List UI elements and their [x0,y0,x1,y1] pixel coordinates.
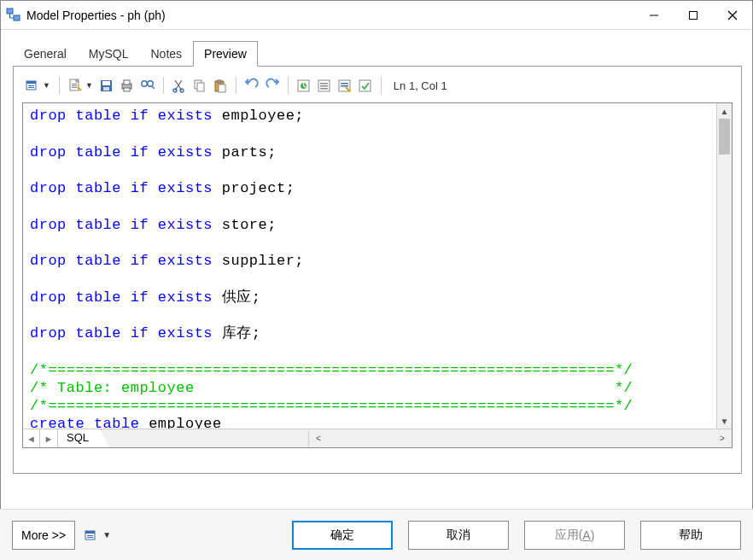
svg-rect-10 [72,87,77,88]
svg-rect-1 [14,15,20,20]
svg-rect-35 [359,80,371,91]
cursor-position: Ln 1, Col 1 [394,79,447,92]
svg-rect-5 [28,85,34,86]
tab-preview[interactable]: Preview [193,41,258,67]
toolbar-separator [163,77,164,94]
scroll-thumb[interactable] [719,119,730,155]
svg-point-18 [148,81,153,86]
svg-rect-38 [87,535,93,536]
svg-rect-9 [72,85,77,86]
tab-mysql[interactable]: MySQL [78,41,140,67]
redo-icon[interactable] [264,77,281,94]
dialog-button-bar: More >> ▼ 确定 取消 应用(A) 帮助 [0,509,753,560]
svg-rect-37 [85,531,95,534]
svg-rect-39 [87,537,93,538]
tab-strip: General MySQL Notes Preview [1,30,752,66]
toggle2-icon[interactable] [316,77,333,94]
tab-notes[interactable]: Notes [140,41,194,67]
window-title: Model Properties - ph (ph) [26,9,166,22]
tool-dropdown[interactable]: ▼ [84,528,113,543]
window-controls [634,2,752,29]
editor-tab-bar: ◄ ► SQL < > [23,429,732,447]
app-icon [6,8,21,23]
svg-rect-29 [320,83,328,85]
horizontal-scrollbar[interactable]: < > [308,431,732,446]
svg-rect-4 [26,81,36,84]
minimize-button[interactable] [634,2,674,29]
svg-rect-30 [320,85,328,87]
hscroll-left-icon[interactable]: < [311,431,326,446]
svg-rect-33 [341,83,348,85]
code-editor[interactable]: drop table if exists employee; drop tabl… [22,102,733,448]
paste-icon[interactable] [212,77,229,94]
ok-button[interactable]: 确定 [292,521,393,550]
cancel-button[interactable]: 取消 [408,521,509,550]
new-doc-icon[interactable] [67,77,84,94]
svg-rect-2 [690,11,698,19]
vertical-scrollbar[interactable]: ▲ ▼ [716,103,732,429]
toolbar-separator [59,77,60,94]
svg-rect-13 [103,87,109,90]
edit-tool-icon[interactable] [24,77,41,94]
svg-rect-15 [124,80,130,85]
svg-rect-0 [7,9,13,14]
code-area[interactable]: drop table if exists employee; drop tabl… [23,103,716,429]
svg-rect-12 [102,81,110,85]
find-icon[interactable] [139,77,156,94]
toggle1-icon[interactable] [295,77,312,94]
svg-rect-6 [28,87,34,88]
svg-rect-34 [341,85,348,87]
svg-rect-31 [320,88,328,90]
toggle3-icon[interactable] [336,77,353,94]
editor-toolbar: ▼ ▼ [22,73,733,97]
hscroll-right-icon[interactable]: > [715,431,730,446]
svg-rect-16 [124,88,130,91]
cut-icon[interactable] [171,77,188,94]
editor-tab-label: SQL [67,431,89,444]
save-icon[interactable] [98,77,115,94]
print-icon[interactable] [119,77,136,94]
title-bar: Model Properties - ph (ph) [1,1,752,30]
scroll-down-icon[interactable]: ▼ [717,413,732,429]
svg-rect-22 [197,83,204,91]
dropdown-icon[interactable]: ▼ [43,81,50,90]
svg-rect-25 [219,85,225,92]
toggle4-icon[interactable] [357,77,374,94]
tab-scroll-right-icon[interactable]: ► [40,429,57,447]
svg-rect-24 [218,80,221,83]
close-button[interactable] [713,2,752,29]
toolbar-separator [381,77,382,94]
maximize-button[interactable] [674,2,713,29]
dropdown-icon: ▼ [102,530,111,540]
tab-content: ▼ ▼ [13,66,742,474]
toolbar-separator [288,77,289,94]
svg-point-17 [142,81,147,86]
more-button[interactable]: More >> [12,521,75,550]
scroll-up-icon[interactable]: ▲ [717,103,732,119]
help-button[interactable]: 帮助 [640,521,741,550]
copy-icon[interactable] [191,77,208,94]
editor-tab-sql[interactable]: SQL [58,429,102,447]
tab-general[interactable]: General [13,41,78,67]
undo-icon[interactable] [243,77,260,94]
dropdown-icon[interactable]: ▼ [85,81,93,90]
svg-rect-8 [72,84,77,85]
apply-button[interactable]: 应用(A) [524,521,625,550]
tab-scroll-left-icon[interactable]: ◄ [23,429,40,447]
toolbar-separator [236,77,236,94]
